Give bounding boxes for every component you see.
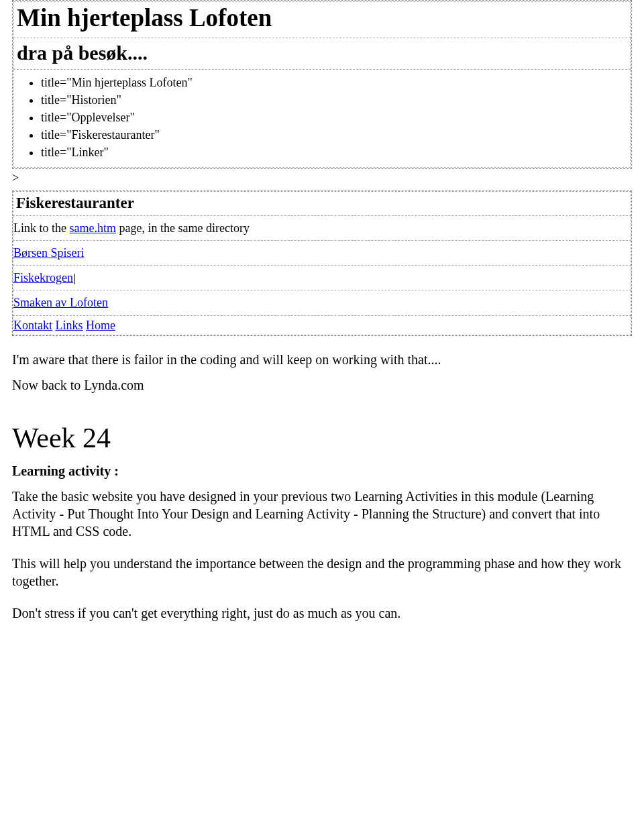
page-title-h1: Min hjerteplass Lofoten: [17, 4, 627, 33]
title-list-item: title="Opplevelser": [41, 109, 630, 126]
preview-box-2: Fiskerestauranter Link to the same.htm p…: [12, 190, 632, 336]
restaurant-link-3[interactable]: Smaken av Lofoten: [13, 296, 108, 309]
restaurant-link-2[interactable]: Fiskekrogen: [13, 271, 73, 284]
row-restaurant-1: Børsen Spiseri: [13, 241, 631, 266]
row-h2: dra på besøk....: [13, 38, 631, 70]
row-h1: Min hjerteplass Lofoten: [13, 1, 631, 38]
restaurant-link-1[interactable]: Børsen Spiseri: [13, 246, 85, 260]
row-restaurant-2: Fiskekrogen: [13, 266, 631, 290]
title-list-item: title="Min hjerteplass Lofoten": [41, 74, 630, 91]
link-line-suffix: page, in the same directory: [116, 221, 250, 235]
text-cursor: [74, 274, 75, 284]
body-para-1: I'm aware that there is failor in the co…: [12, 351, 632, 368]
footer-link-links[interactable]: Links: [56, 319, 83, 332]
stray-gt: >: [12, 170, 632, 186]
title-list: title="Min hjerteplass Lofoten" title="H…: [14, 74, 630, 161]
title-list-item: title="Linker": [41, 144, 630, 161]
body-para-2: Now back to Lynda.com: [12, 376, 632, 394]
row-footer-links: Kontakt Links Home: [13, 316, 631, 335]
learning-activity-p3: Don't stress if you can't get everything…: [12, 604, 632, 622]
row-title-list: title="Min hjerteplass Lofoten" title="H…: [13, 70, 631, 167]
link-line-prefix: Link to the: [13, 221, 70, 235]
same-htm-link[interactable]: same.htm: [70, 221, 117, 235]
section-heading: Fiskerestauranter: [16, 195, 628, 212]
learning-activity-label: Learning activity :: [12, 462, 632, 480]
learning-activity-p1: Take the basic website you have designed…: [12, 488, 632, 540]
row-h3: Fiskerestauranter: [13, 191, 631, 216]
learning-activity-p2: This will help you understand the import…: [12, 555, 632, 590]
row-restaurant-3: Smaken av Lofoten: [13, 290, 631, 315]
week-heading: Week 24: [12, 422, 632, 454]
title-list-item: title="Historien": [41, 91, 630, 109]
row-link-line: Link to the same.htm page, in the same d…: [13, 216, 631, 241]
page-subtitle-h2: dra på besøk....: [17, 42, 627, 65]
title-list-item: title="Fiskerestauranter": [41, 126, 630, 144]
footer-link-kontakt[interactable]: Kontakt: [13, 319, 52, 332]
preview-box-1: Min hjerteplass Lofoten dra på besøk....…: [12, 0, 632, 169]
footer-link-home[interactable]: Home: [86, 319, 115, 332]
